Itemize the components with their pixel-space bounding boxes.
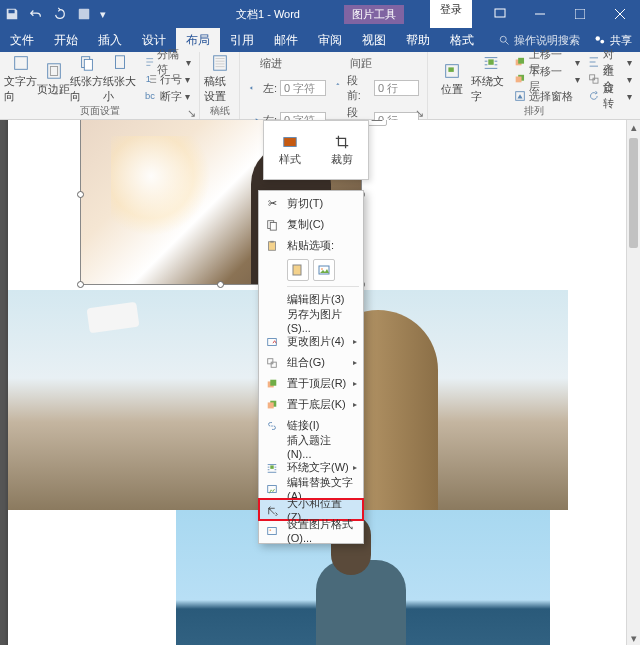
close-button[interactable] <box>600 0 640 28</box>
tab-review[interactable]: 审阅 <box>308 28 352 52</box>
size-position-icon <box>266 503 280 517</box>
minimize-button[interactable] <box>520 0 560 28</box>
svg-rect-39 <box>268 358 273 363</box>
svg-rect-1 <box>495 9 505 17</box>
share-button[interactable]: 共享 <box>594 33 632 48</box>
menu-group[interactable]: 组合(G)▸ <box>259 352 363 373</box>
paste-option-picture[interactable] <box>313 259 335 281</box>
crop-button[interactable]: 裁剪 <box>316 121 368 179</box>
style-button[interactable]: 样式 <box>264 121 316 179</box>
redo-button[interactable] <box>48 0 72 28</box>
wrap-text-icon <box>265 461 279 475</box>
line-numbers-button[interactable]: 1行号▾ <box>145 71 191 87</box>
contextual-tab-label: 图片工具 <box>344 5 404 24</box>
tab-home[interactable]: 开始 <box>44 28 88 52</box>
breaks-button[interactable]: 分隔符▾ <box>145 54 191 70</box>
send-back-icon <box>265 398 279 412</box>
rotate-button[interactable]: 旋转▾ <box>588 88 632 104</box>
quick-access-toolbar: ▾ <box>0 0 110 28</box>
svg-rect-33 <box>269 241 276 250</box>
menu-cut[interactable]: ✂剪切(T) <box>259 193 363 214</box>
send-backward-button[interactable]: 下移一层 ▾ <box>514 71 580 87</box>
group-label-page-setup: 页面设置 <box>4 104 195 118</box>
tab-references[interactable]: 引用 <box>220 28 264 52</box>
svg-rect-27 <box>590 75 595 80</box>
resize-handle[interactable] <box>77 191 84 198</box>
svg-rect-21 <box>488 59 493 64</box>
layout-options-button[interactable] <box>367 120 387 126</box>
ribbon: 文字方向 页边距 纸张方向 纸张大小 分隔符▾ 1行号▾ bc断字▾ 页面设置 … <box>0 52 640 120</box>
window-title: 文档1 - Word 图片工具 <box>236 5 404 24</box>
menu-paste-options-label: 粘贴选项: <box>259 235 363 256</box>
group-label-manuscript: 稿纸 <box>204 104 235 118</box>
margins-button[interactable]: 页边距 <box>37 54 70 104</box>
menu-insert-caption[interactable]: 插入题注(N)... <box>259 436 363 457</box>
undo-button[interactable] <box>24 0 48 28</box>
title-bar: ▾ 文档1 - Word 图片工具 登录 <box>0 0 640 28</box>
tab-format[interactable]: 格式 <box>440 28 484 52</box>
svg-rect-18 <box>213 56 226 70</box>
menu-format-picture[interactable]: 设置图片格式(O)... <box>259 520 363 541</box>
ribbon-options-button[interactable] <box>480 0 520 28</box>
cut-icon: ✂ <box>265 197 279 211</box>
tab-mailings[interactable]: 邮件 <box>264 28 308 52</box>
scroll-up-button[interactable]: ▴ <box>627 120 640 134</box>
wrap-text-button[interactable]: 环绕文字 <box>471 54 510 104</box>
svg-rect-11 <box>47 63 60 77</box>
tab-file[interactable]: 文件 <box>0 28 44 52</box>
mini-toolbar: 样式 裁剪 <box>263 120 369 180</box>
svg-rect-15 <box>115 56 124 69</box>
svg-text:bc: bc <box>145 90 155 101</box>
qat-customize-button[interactable] <box>72 0 96 28</box>
svg-rect-12 <box>50 66 57 75</box>
svg-rect-47 <box>268 527 277 534</box>
position-button[interactable]: 位置 <box>432 54 471 104</box>
manuscript-button[interactable]: 稿纸设置 <box>204 54 235 104</box>
indent-left[interactable]: 左:0 字符 <box>248 73 326 103</box>
maximize-button[interactable] <box>560 0 600 28</box>
menu-bring-to-front[interactable]: 置于顶层(R)▸ <box>259 373 363 394</box>
tab-view[interactable]: 视图 <box>352 28 396 52</box>
text-direction-button[interactable]: 文字方向 <box>4 54 37 104</box>
svg-rect-32 <box>270 222 276 230</box>
svg-rect-42 <box>270 379 276 385</box>
orientation-button[interactable]: 纸张方向 <box>70 54 103 104</box>
login-button[interactable]: 登录 <box>430 0 472 28</box>
scroll-thumb[interactable] <box>629 138 638 248</box>
qat-dropdown[interactable]: ▾ <box>96 0 110 28</box>
scroll-down-button[interactable]: ▾ <box>627 631 640 645</box>
paste-option-keep-source[interactable] <box>287 259 309 281</box>
paste-icon <box>265 239 279 253</box>
svg-rect-10 <box>14 57 27 70</box>
svg-rect-35 <box>293 265 301 275</box>
context-menu: ✂剪切(T) 复制(C) 粘贴选项: 编辑图片(3) 另存为图片(S)... 更… <box>258 190 364 544</box>
svg-rect-30 <box>284 137 296 146</box>
menu-send-to-back[interactable]: 置于底层(K)▸ <box>259 394 363 415</box>
copy-icon <box>265 218 279 232</box>
size-button[interactable]: 纸张大小 <box>103 54 136 104</box>
svg-rect-14 <box>84 59 92 70</box>
link-icon <box>265 419 279 433</box>
vertical-scrollbar[interactable]: ▴ ▾ <box>626 120 640 645</box>
hyphenation-button[interactable]: bc断字▾ <box>145 88 191 104</box>
save-button[interactable] <box>0 0 24 28</box>
paragraph-dialog-launcher[interactable]: ↘ <box>415 107 425 117</box>
selection-pane-button[interactable]: 选择窗格 <box>514 88 580 104</box>
tab-help[interactable]: 帮助 <box>396 28 440 52</box>
resize-handle[interactable] <box>77 281 84 288</box>
group-icon <box>265 356 279 370</box>
menu-change-picture[interactable]: 更改图片(4)▸ <box>259 331 363 352</box>
svg-text:1: 1 <box>145 73 150 84</box>
svg-rect-20 <box>448 67 453 72</box>
svg-line-7 <box>506 42 509 45</box>
spacing-before[interactable]: 段前:0 行 <box>332 73 419 103</box>
change-picture-icon <box>265 335 279 349</box>
group-label-arrange: 排列 <box>432 104 636 118</box>
page-setup-dialog-launcher[interactable]: ↘ <box>187 107 197 117</box>
svg-rect-46 <box>268 485 277 492</box>
tab-insert[interactable]: 插入 <box>88 28 132 52</box>
svg-point-48 <box>269 529 271 531</box>
menu-copy[interactable]: 复制(C) <box>259 214 363 235</box>
resize-handle[interactable] <box>217 281 224 288</box>
menu-save-as-picture[interactable]: 另存为图片(S)... <box>259 310 363 331</box>
